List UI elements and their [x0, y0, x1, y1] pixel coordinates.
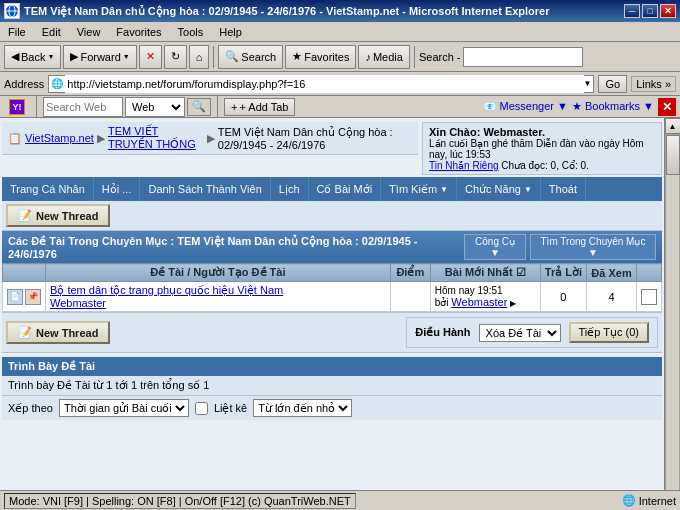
stop-button[interactable]: ✕ — [139, 45, 162, 69]
sort-bar: Xếp theo Thời gian gửi Bài cuối Liệt kê … — [2, 396, 662, 420]
scroll-thumb[interactable] — [666, 135, 680, 175]
search-web-button[interactable]: 🔍 — [187, 98, 211, 116]
breadcrumb-sep-2: ▶ — [207, 132, 215, 145]
menu-help[interactable]: Help — [215, 24, 246, 40]
links-button[interactable]: Links » — [631, 76, 676, 92]
sort-select[interactable]: Thời gian gửi Bài cuối — [59, 399, 189, 417]
status-zone-text: Internet — [639, 495, 676, 507]
search-input[interactable] — [463, 47, 583, 67]
menu-edit[interactable]: Edit — [38, 24, 65, 40]
refresh-icon: ↻ — [171, 50, 180, 63]
messenger-link[interactable]: 📧 Messenger ▼ — [483, 100, 568, 113]
greeting-title: Xin Chào: Webmaster. — [429, 126, 655, 138]
thread-title-link[interactable]: Bộ tem dân tộc trang phục quốc hiệu Việt… — [50, 284, 283, 296]
address-input[interactable] — [65, 75, 583, 93]
tools-dropdown-button[interactable]: Công Cụ ▼ — [464, 234, 526, 260]
add-tab-button[interactable]: + + Add Tab — [224, 98, 295, 116]
search-toolbar-button[interactable]: 🔍 Search — [218, 45, 283, 69]
media-button[interactable]: ♪ Media — [358, 45, 409, 69]
search-web-dropdown[interactable]: Web — [125, 97, 185, 117]
maximize-button[interactable]: □ — [642, 4, 658, 18]
thread-checkbox[interactable] — [641, 289, 657, 305]
col-score[interactable]: Điểm — [390, 264, 430, 282]
address-bar: Address 🌐 ▼ Go Links » — [0, 72, 680, 96]
breadcrumb: 📋 VietStamp.net ▶ TEM VIẾT TRUYỀN THỐNG … — [2, 122, 418, 155]
order-select[interactable]: Từ lớn đến nhỏ — [253, 399, 352, 417]
internet-icon: 🌐 — [622, 494, 636, 507]
thread-author-link[interactable]: Webmaster — [50, 297, 106, 309]
breadcrumb-home[interactable]: VietStamp.net — [25, 132, 94, 144]
nav-new-posts[interactable]: Cố Bài Mới — [309, 177, 382, 201]
thread-status-cell: 📄 📌 — [3, 282, 46, 312]
col-lastpost[interactable]: Bài Mới Nhất ☑ — [430, 264, 540, 282]
refresh-button[interactable]: ↻ — [164, 45, 187, 69]
status-mode-panel: Mode: VNI [F9] | Spelling: ON [F8] | On/… — [4, 493, 356, 509]
yahoo-link[interactable]: Y! — [4, 97, 30, 117]
top-row: 📋 VietStamp.net ▶ TEM VIẾT TRUYỀN THỐNG … — [2, 122, 662, 175]
search-section-button[interactable]: Tìm Trong Chuyên Mục ▼ — [530, 234, 656, 260]
new-thread-button-top[interactable]: 📝 New Thread — [6, 204, 110, 227]
nav-hoi[interactable]: Hỏi ... — [94, 177, 141, 201]
moderation-box: Điều Hành Xóa Đề Tài Tiếp Tục (0) — [406, 317, 658, 348]
greeting-counts: Chưa đọc: 0, Cổ: 0. — [501, 160, 588, 171]
minimize-button[interactable]: ─ — [624, 4, 640, 18]
yahoo-icon: Y! — [9, 99, 25, 115]
table-row: 📄 📌 Bộ tem dân tộc trang phục quốc hiệu … — [3, 282, 662, 312]
nav-functions[interactable]: Chức Năng ▼ — [457, 177, 541, 201]
toolbar: ◀ Back ▼ ▶ Forward ▼ ✕ ↻ ⌂ 🔍 Search ★ Fa… — [0, 42, 680, 72]
back-button[interactable]: ◀ Back ▼ — [4, 45, 61, 69]
breadcrumb-current: TEM Việt Nam Dân chủ Cộng hòa : 02/9/194… — [218, 126, 412, 151]
thread-replies-cell: 0 — [540, 282, 586, 312]
app-icon — [4, 3, 20, 19]
sort-checkbox[interactable] — [195, 402, 208, 415]
browser-icon: 🌐 — [51, 78, 63, 89]
col-check — [637, 264, 662, 282]
col-topic[interactable]: Đề Tài / Người Tạo Đề Tài — [46, 264, 391, 282]
col-views[interactable]: Đã Xem — [587, 264, 637, 282]
close-bar-button[interactable]: ✕ — [658, 98, 676, 116]
display-info: Trình bày Đề Tài từ 1 tới 1 trên tổng số… — [2, 376, 662, 396]
col-replies[interactable]: Trả Lời — [540, 264, 586, 282]
private-message-link[interactable]: Tin Nhắn Riêng — [429, 160, 499, 171]
mod-action-select[interactable]: Xóa Đề Tài — [479, 324, 561, 342]
nav-calendar[interactable]: Lịch — [271, 177, 309, 201]
thread-lastpost-author[interactable]: Webmaster — [451, 296, 507, 308]
nav-profile[interactable]: Trang Cá Nhân — [2, 177, 94, 201]
favorites-toolbar-button[interactable]: ★ Favorites — [285, 45, 356, 69]
sort-label: Xếp theo — [8, 402, 53, 415]
menu-tools[interactable]: Tools — [174, 24, 208, 40]
order-label: Liệt kê — [214, 402, 247, 415]
scroll-track[interactable] — [665, 134, 680, 494]
back-arrow-icon: ◀ — [11, 50, 19, 63]
mod-action-button[interactable]: Tiếp Tục (0) — [569, 322, 649, 343]
links-search-input[interactable] — [43, 97, 123, 117]
breadcrumb-parent[interactable]: TEM VIẾT TRUYỀN THỐNG — [108, 125, 204, 151]
favorites-icon: ★ — [292, 50, 302, 63]
nav-members[interactable]: Danh Sách Thành Viên — [140, 177, 270, 201]
goto-icon: ▶ — [510, 299, 516, 308]
new-thread-button-bottom[interactable]: 📝 New Thread — [6, 321, 110, 344]
media-icon: ♪ — [365, 51, 371, 63]
forward-dropdown-icon: ▼ — [123, 53, 130, 60]
display-section-header: Trình Bày Đề Tài — [2, 357, 662, 376]
search-web-box: Search - — [419, 47, 583, 67]
nav-logout[interactable]: Thoát — [541, 177, 586, 201]
bookmarks-link[interactable]: ★ Bookmarks ▼ — [572, 100, 654, 113]
menu-file[interactable]: File — [4, 24, 30, 40]
nav-search[interactable]: Tìm Kiếm ▼ — [381, 177, 457, 201]
stop-icon: ✕ — [146, 50, 155, 63]
search-label: Search - — [419, 51, 461, 63]
close-button[interactable]: ✕ — [660, 4, 676, 18]
home-button[interactable]: ⌂ — [189, 45, 210, 69]
scrollbar-vertical[interactable]: ▲ ▼ — [664, 118, 680, 510]
menu-view[interactable]: View — [73, 24, 105, 40]
main-wrapper: 📋 VietStamp.net ▶ TEM VIẾT TRUYỀN THỐNG … — [0, 118, 680, 510]
scroll-up-button[interactable]: ▲ — [665, 118, 681, 134]
nav-bar: Trang Cá Nhân Hỏi ... Danh Sách Thành Vi… — [2, 177, 662, 201]
content-area: 📋 VietStamp.net ▶ TEM VIẾT TRUYỀN THỐNG … — [0, 118, 664, 510]
forward-button[interactable]: ▶ Forward ▼ — [63, 45, 136, 69]
go-button[interactable]: Go — [598, 75, 627, 93]
address-dropdown-icon[interactable]: ▼ — [584, 79, 592, 88]
toolbar-separator-1 — [213, 46, 214, 68]
menu-favorites[interactable]: Favorites — [112, 24, 165, 40]
